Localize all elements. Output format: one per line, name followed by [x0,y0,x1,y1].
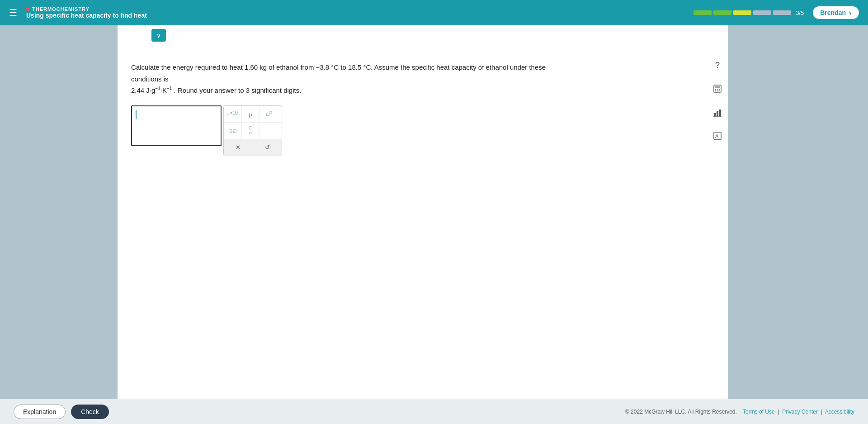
svg-rect-8 [714,113,716,116]
math-toolbar: □×10 μ □□ □·□ □ □ [223,105,282,156]
explanation-button[interactable]: Explanation [14,405,66,419]
progress-seg-5 [773,10,791,15]
menu-icon[interactable]: ☰ [9,7,17,18]
progress-seg-1 [693,10,712,15]
clear-icon: ✕ [236,144,241,151]
svg-rect-9 [717,111,718,116]
subject-label: THERMOCHEMISTRY [26,6,147,12]
header-right: 3/5 Brendan ∨ [693,6,859,19]
fraction-button[interactable]: □ □ [242,123,260,139]
svg-rect-6 [717,91,718,91]
question-area: Calculate the energy required to heat 1.… [118,25,728,105]
calculator-button[interactable] [709,81,726,97]
exponent-10-button[interactable]: □×10 [224,106,242,122]
progress-seg-4 [753,10,771,15]
superscript-button[interactable]: □□ [260,106,278,122]
reset-button[interactable]: ↺ [253,139,282,156]
progress-seg-3 [733,10,751,15]
right-sidebar [728,25,868,424]
terms-link[interactable]: Terms of Use [743,409,775,415]
header: ☰ THERMOCHEMISTRY Using specific heat ca… [0,0,868,25]
svg-rect-4 [719,89,720,90]
help-button[interactable]: ? [709,57,726,73]
svg-rect-5 [715,91,716,91]
accessibility-link[interactable]: Accessibility [825,409,854,415]
cursor-blink [136,110,137,119]
question-sup2: −1 [167,86,172,91]
question-part3: ·K [160,86,167,94]
privacy-link[interactable]: Privacy Center [782,409,818,415]
left-sidebar [0,25,118,424]
red-dot-icon [26,7,30,11]
user-name: Brendan [820,9,846,16]
footer-text: © 2022 McGraw Hill LLC. All Rights Reser… [625,409,854,415]
main-wrapper: ∨ Calculate the energy required to heat … [0,25,868,424]
right-toolbar: ? [707,52,728,144]
svg-text:A: A [715,133,719,139]
math-toolbar-row-2: □·□ □ □ [224,123,282,139]
dot-label: □·□ [229,128,236,133]
text-format-button[interactable]: A [709,128,726,144]
check-button[interactable]: Check [71,405,109,419]
mu-label: μ [249,110,253,118]
dot-operator-button[interactable]: □·□ [224,123,242,139]
help-icon: ? [715,61,720,70]
fraction-label: □ □ [249,125,252,136]
calculator-icon [713,84,722,93]
chart-button[interactable] [709,104,726,120]
bottom-bar: Explanation Check © 2022 McGraw Hill LLC… [0,399,868,424]
user-menu-button[interactable]: Brendan ∨ [813,6,859,19]
chart-icon [713,108,722,117]
question-sup1: −1 [155,86,160,91]
reset-icon: ↺ [265,144,270,151]
title-block: THERMOCHEMISTRY Using specific heat capa… [26,6,147,19]
user-chevron-icon: ∨ [849,10,852,15]
superscript-label: □□ [266,110,272,117]
question-part4: . Round your answer to 3 significant dig… [174,86,302,94]
exponent-10-label: □×10 [227,110,237,117]
question-part1: Calculate the energy required to heat 1.… [131,63,546,83]
answer-input-box[interactable] [131,105,222,146]
text-format-icon: A [713,131,722,140]
collapse-button[interactable]: ∨ [151,29,166,42]
progress-seg-2 [713,10,731,15]
content-panel: ∨ Calculate the energy required to heat … [118,25,728,424]
svg-rect-10 [719,110,721,116]
progress-label: 3/5 [796,10,804,16]
progress-bar: 3/5 [693,10,804,16]
svg-rect-7 [719,91,720,91]
lesson-title: Using specific heat capacity to find hea… [26,12,147,19]
math-toolbar-row-3: ✕ ↺ [224,139,282,156]
collapse-chevron-icon: ∨ [156,32,161,39]
empty-btn [260,123,278,139]
answer-area: □×10 μ □□ □·□ □ □ [118,105,728,156]
question-text: Calculate the energy required to heat 1.… [131,62,561,96]
svg-rect-1 [715,86,720,88]
question-part2: 2.44 J·g [131,86,155,94]
clear-button[interactable]: ✕ [224,139,253,156]
math-toolbar-row-1: □×10 μ □□ [224,106,282,123]
svg-rect-3 [717,89,718,90]
mu-button[interactable]: μ [242,106,260,122]
bottom-actions: Explanation Check [14,405,109,419]
svg-rect-2 [715,89,716,90]
